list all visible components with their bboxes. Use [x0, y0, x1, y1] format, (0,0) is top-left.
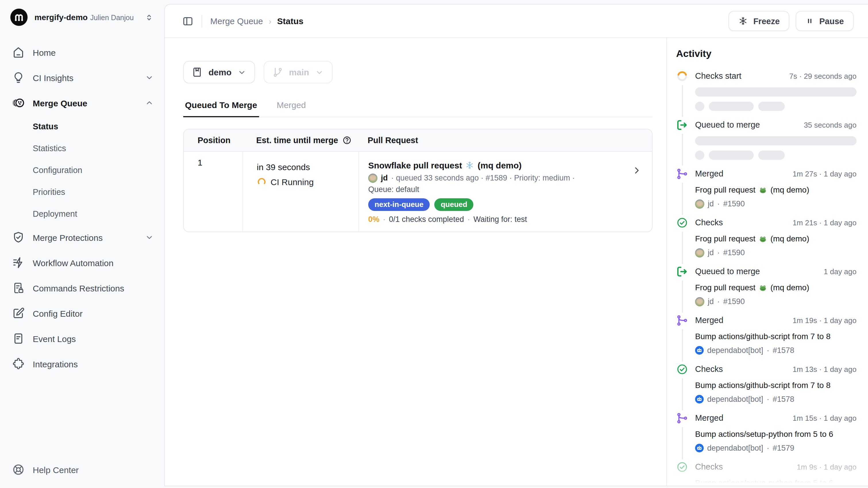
sidebar-item-configuration[interactable]: Configuration — [7, 159, 157, 181]
activity-time: 7s · 29 seconds ago — [789, 70, 857, 82]
activity-pr-title[interactable]: Bump actions/github-script from 7 to 8 — [695, 331, 857, 343]
activity-time: 1m 27s · 1 day ago — [793, 168, 857, 180]
pr-meta: jd · queued 33 seconds ago · #1589 · Pri… — [368, 172, 624, 184]
activity-label: Merged — [695, 412, 723, 424]
snowflake-icon — [739, 16, 748, 26]
chevrons-up-down-icon — [144, 12, 154, 22]
help-center-link[interactable]: Help Center — [7, 451, 157, 488]
pr-checks: 0% · 0/1 checks completed · Waiting for:… — [368, 213, 624, 225]
topbar-divider — [202, 15, 202, 27]
lightbulb-icon — [12, 71, 25, 84]
activity-panel: Activity Checks start 7s · 29 seconds ag… — [666, 38, 868, 486]
activity-time: 1 day ago — [824, 265, 857, 278]
freeze-button[interactable]: Freeze — [729, 11, 789, 31]
activity-pr-author: jd · #1590 — [695, 247, 857, 258]
checks-progress: 0% — [368, 213, 379, 225]
merged-icon — [676, 412, 688, 424]
merged-icon — [676, 168, 688, 180]
activity-pr-author: jd · #1590 — [695, 198, 857, 209]
sidebar-item-workflow-automation[interactable]: Workflow Automation — [7, 250, 157, 275]
queued-icon — [676, 265, 688, 278]
activity-label: Queued to merge — [695, 119, 760, 131]
org-owner: Julien Danjou — [90, 14, 134, 22]
activity-pr-title[interactable]: Frog pull request(mq demo) — [695, 233, 857, 245]
sidebar-item-priorities[interactable]: Priorities — [7, 181, 157, 203]
tab-queued-to-merge[interactable]: Queued To Merge — [183, 98, 259, 117]
activity-pr-author: jd · #1590 — [695, 296, 857, 307]
checks-completed: 0/1 checks completed — [389, 213, 464, 225]
activity-title: Activity — [676, 48, 857, 60]
chevron-down-icon — [145, 73, 154, 82]
sidebar-toggle-icon[interactable] — [182, 15, 194, 27]
sidebar-item-deployment[interactable]: Deployment — [7, 203, 157, 225]
topbar: Merge Queue › Status Freeze Pause — [165, 5, 868, 38]
sidebar-nav: Home CI Insights Merge Queue Status Stat… — [7, 33, 157, 451]
org-name: mergify-demo — [34, 12, 88, 22]
org-switcher[interactable]: mergify-demo Julien Danjou — [7, 0, 157, 33]
column-est-time: Est. time until merge — [256, 135, 338, 145]
activity-pr-title[interactable]: Bump actions/setup-python from 5 to 6 — [695, 428, 857, 440]
branch-select[interactable]: main — [264, 61, 333, 83]
table-header: Position Est. time until merge Pull Requ… — [184, 129, 652, 151]
row-position: 1 — [184, 151, 242, 231]
avatar — [368, 173, 377, 182]
sidebar-item-status[interactable]: Status — [7, 116, 157, 137]
ci-running-spinner-icon — [257, 177, 267, 187]
activity-pr-author: dependabot[bot] · #1579 — [695, 442, 857, 454]
sidebar-item-merge-queue[interactable]: Merge Queue — [7, 90, 157, 116]
snowflake-emoji-icon — [466, 161, 474, 170]
pr-author: jd — [381, 172, 388, 184]
queue-tabs: Queued To Merge Merged — [183, 98, 653, 117]
pr-badges: next-in-queuequeued — [368, 198, 624, 211]
sidebar-item-commands-restrictions[interactable]: Commands Restrictions — [7, 275, 157, 300]
tab-merged[interactable]: Merged — [275, 98, 308, 116]
skeleton-bar — [709, 102, 754, 111]
sidebar-item-ci-insights[interactable]: CI Insights — [7, 65, 157, 90]
sidebar-item-event-logs[interactable]: Event Logs — [7, 326, 157, 351]
activity-time: 35 seconds ago — [804, 119, 857, 131]
frog-emoji-icon — [759, 235, 767, 243]
pause-button[interactable]: Pause — [796, 11, 854, 31]
activity-entry: Checks 1m 21s · 1 day ago Frog pull requ… — [676, 217, 857, 258]
sidebar-item-merge-protections[interactable]: Merge Protections — [7, 225, 157, 250]
activity-time: 1m 21s · 1 day ago — [793, 217, 857, 229]
sidebar-item-integrations[interactable]: Integrations — [7, 351, 157, 376]
help-circle-icon[interactable] — [342, 135, 351, 145]
file-text-icon — [12, 332, 25, 345]
breadcrumb-status: Status — [277, 16, 304, 26]
sidebar-item-config-editor[interactable]: Config Editor — [7, 300, 157, 326]
chevron-up-icon — [145, 98, 154, 108]
activity-entry: Merged 1m 27s · 1 day ago Frog pull requ… — [676, 168, 857, 209]
badge-queued: queued — [434, 198, 473, 211]
skeleton-circle — [695, 151, 704, 160]
chevron-down-icon — [237, 67, 246, 77]
breadcrumb-merge-queue[interactable]: Merge Queue — [210, 16, 263, 26]
ci-status: CI Running — [271, 176, 314, 188]
activity-pr-title[interactable]: Frog pull request(mq demo) — [695, 184, 857, 196]
merged-icon — [676, 314, 688, 326]
help-center-label: Help Center — [33, 465, 79, 475]
pr-title[interactable]: Snowflake pull request (mq demo) — [368, 160, 624, 171]
sidebar-item-statistics[interactable]: Statistics — [7, 137, 157, 159]
dependabot-avatar — [695, 444, 704, 452]
activity-label: Merged — [695, 314, 723, 326]
activity-pr-title[interactable]: Bump actions/github-script from 7 to 8 — [695, 379, 857, 392]
frog-emoji-icon — [759, 284, 767, 292]
skeleton-bar — [695, 87, 857, 96]
table-row[interactable]: 1 in 39 seconds CI Running — [184, 151, 652, 231]
repository-select[interactable]: demo — [183, 61, 255, 83]
chevron-right-icon[interactable] — [632, 165, 642, 175]
activity-entry: Checks start 7s · 29 seconds ago — [676, 70, 857, 111]
activity-pr-title[interactable]: Bump actions/setup-python from 5 to 6 — [695, 477, 857, 486]
breadcrumb-separator: › — [269, 17, 271, 26]
checks-icon — [676, 217, 688, 229]
activity-pr-title[interactable]: Frog pull request(mq demo) — [695, 282, 857, 294]
merge-queue-icon — [12, 96, 25, 109]
queue-content: demo main — [165, 38, 666, 486]
activity-label: Checks — [695, 217, 723, 229]
activity-label: Queued to merge — [695, 265, 760, 278]
sidebar-item-home[interactable]: Home — [7, 40, 157, 65]
column-pull-request: Pull Request — [359, 135, 652, 145]
frog-emoji-icon — [759, 186, 767, 194]
skeleton-bar — [695, 136, 857, 145]
